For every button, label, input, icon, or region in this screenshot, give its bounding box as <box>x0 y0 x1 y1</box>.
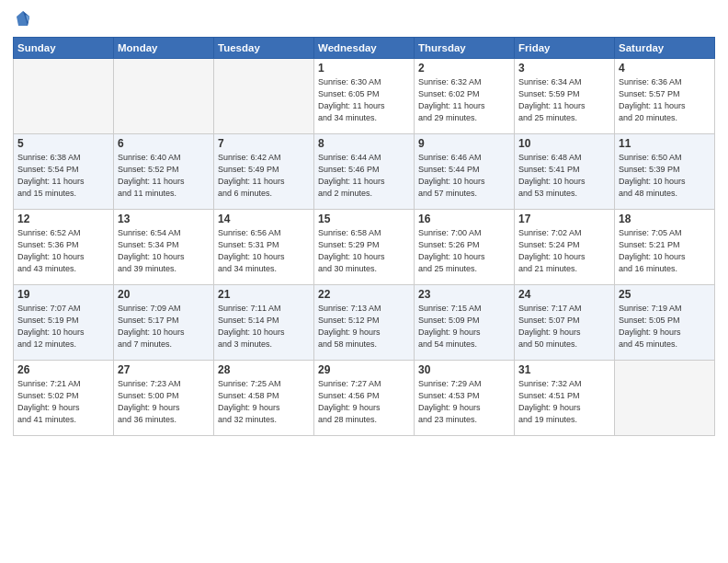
day-number: 21 <box>218 288 310 301</box>
page-container: SundayMondayTuesdayWednesdayThursdayFrid… <box>0 0 728 443</box>
day-info: Sunrise: 7:29 AM Sunset: 4:53 PM Dayligh… <box>418 378 510 426</box>
calendar-cell: 2Sunrise: 6:32 AM Sunset: 6:02 PM Daylig… <box>415 59 515 134</box>
calendar-cell: 15Sunrise: 6:58 AM Sunset: 5:29 PM Dayli… <box>314 210 415 285</box>
calendar-cell: 31Sunrise: 7:32 AM Sunset: 4:51 PM Dayli… <box>515 361 615 436</box>
day-info: Sunrise: 7:00 AM Sunset: 5:26 PM Dayligh… <box>418 227 510 275</box>
day-info: Sunrise: 6:50 AM Sunset: 5:39 PM Dayligh… <box>619 152 711 200</box>
calendar-cell: 1Sunrise: 6:30 AM Sunset: 6:05 PM Daylig… <box>314 59 415 134</box>
day-info: Sunrise: 7:07 AM Sunset: 5:19 PM Dayligh… <box>17 303 109 350</box>
weekday-header-wednesday: Wednesday <box>314 38 415 59</box>
calendar-cell: 21Sunrise: 7:11 AM Sunset: 5:14 PM Dayli… <box>214 285 314 361</box>
calendar-cell: 6Sunrise: 6:40 AM Sunset: 5:52 PM Daylig… <box>114 134 214 210</box>
calendar-cell: 8Sunrise: 6:44 AM Sunset: 5:46 PM Daylig… <box>314 134 415 210</box>
day-info: Sunrise: 6:44 AM Sunset: 5:46 PM Dayligh… <box>318 152 410 200</box>
day-info: Sunrise: 7:15 AM Sunset: 5:09 PM Dayligh… <box>418 303 510 350</box>
calendar-cell <box>615 361 715 436</box>
calendar-cell: 20Sunrise: 7:09 AM Sunset: 5:17 PM Dayli… <box>114 285 214 361</box>
day-number: 23 <box>418 288 510 301</box>
day-number: 4 <box>619 62 711 75</box>
day-info: Sunrise: 6:30 AM Sunset: 6:05 PM Dayligh… <box>318 76 410 124</box>
day-info: Sunrise: 6:36 AM Sunset: 5:57 PM Dayligh… <box>619 76 711 124</box>
day-number: 15 <box>318 213 410 225</box>
calendar-cell: 27Sunrise: 7:23 AM Sunset: 5:00 PM Dayli… <box>114 361 214 436</box>
day-number: 13 <box>118 213 210 225</box>
day-number: 16 <box>418 213 510 225</box>
calendar-cell: 28Sunrise: 7:25 AM Sunset: 4:58 PM Dayli… <box>214 361 314 436</box>
day-number: 25 <box>619 288 711 301</box>
day-number: 30 <box>418 363 510 376</box>
calendar-week-5: 26Sunrise: 7:21 AM Sunset: 5:02 PM Dayli… <box>14 361 715 436</box>
weekday-header-thursday: Thursday <box>415 38 515 59</box>
day-number: 17 <box>518 213 610 225</box>
day-info: Sunrise: 6:42 AM Sunset: 5:49 PM Dayligh… <box>218 152 310 200</box>
calendar-cell: 29Sunrise: 7:27 AM Sunset: 4:56 PM Dayli… <box>314 361 415 436</box>
day-info: Sunrise: 7:25 AM Sunset: 4:58 PM Dayligh… <box>218 378 310 426</box>
calendar-cell: 16Sunrise: 7:00 AM Sunset: 5:26 PM Dayli… <box>415 210 515 285</box>
day-number: 14 <box>218 213 310 225</box>
calendar-cell: 23Sunrise: 7:15 AM Sunset: 5:09 PM Dayli… <box>415 285 515 361</box>
calendar-cell: 7Sunrise: 6:42 AM Sunset: 5:49 PM Daylig… <box>214 134 314 210</box>
day-number: 10 <box>518 137 610 150</box>
day-number: 3 <box>518 62 610 75</box>
calendar-cell: 14Sunrise: 6:56 AM Sunset: 5:31 PM Dayli… <box>214 210 314 285</box>
day-info: Sunrise: 6:58 AM Sunset: 5:29 PM Dayligh… <box>318 227 410 275</box>
day-number: 29 <box>318 363 410 376</box>
weekday-header-tuesday: Tuesday <box>214 38 314 59</box>
day-number: 18 <box>619 213 711 225</box>
day-info: Sunrise: 7:17 AM Sunset: 5:07 PM Dayligh… <box>518 303 610 350</box>
day-number: 9 <box>418 137 510 150</box>
logo-icon <box>13 9 33 29</box>
day-number: 6 <box>118 137 210 150</box>
day-number: 22 <box>318 288 410 301</box>
day-number: 7 <box>218 137 310 150</box>
calendar-cell: 11Sunrise: 6:50 AM Sunset: 5:39 PM Dayli… <box>615 134 715 210</box>
day-info: Sunrise: 6:48 AM Sunset: 5:41 PM Dayligh… <box>518 152 610 200</box>
calendar-cell <box>114 59 214 134</box>
day-number: 24 <box>518 288 610 301</box>
day-number: 26 <box>17 363 109 376</box>
day-info: Sunrise: 6:40 AM Sunset: 5:52 PM Dayligh… <box>118 152 210 200</box>
calendar-header-row: SundayMondayTuesdayWednesdayThursdayFrid… <box>14 38 715 59</box>
day-info: Sunrise: 6:46 AM Sunset: 5:44 PM Dayligh… <box>418 152 510 200</box>
day-info: Sunrise: 7:05 AM Sunset: 5:21 PM Dayligh… <box>619 227 711 275</box>
calendar-table: SundayMondayTuesdayWednesdayThursdayFrid… <box>13 37 715 436</box>
calendar-cell: 30Sunrise: 7:29 AM Sunset: 4:53 PM Dayli… <box>415 361 515 436</box>
calendar-cell <box>214 59 314 134</box>
day-info: Sunrise: 6:54 AM Sunset: 5:34 PM Dayligh… <box>118 227 210 275</box>
day-info: Sunrise: 6:56 AM Sunset: 5:31 PM Dayligh… <box>218 227 310 275</box>
day-info: Sunrise: 7:02 AM Sunset: 5:24 PM Dayligh… <box>518 227 610 275</box>
day-number: 27 <box>118 363 210 376</box>
header <box>13 9 715 29</box>
calendar-cell: 24Sunrise: 7:17 AM Sunset: 5:07 PM Dayli… <box>515 285 615 361</box>
calendar-cell: 22Sunrise: 7:13 AM Sunset: 5:12 PM Dayli… <box>314 285 415 361</box>
weekday-header-friday: Friday <box>515 38 615 59</box>
weekday-header-sunday: Sunday <box>14 38 114 59</box>
calendar-cell: 4Sunrise: 6:36 AM Sunset: 5:57 PM Daylig… <box>615 59 715 134</box>
calendar-cell: 13Sunrise: 6:54 AM Sunset: 5:34 PM Dayli… <box>114 210 214 285</box>
calendar-cell: 5Sunrise: 6:38 AM Sunset: 5:54 PM Daylig… <box>14 134 114 210</box>
calendar-week-3: 12Sunrise: 6:52 AM Sunset: 5:36 PM Dayli… <box>14 210 715 285</box>
calendar-cell: 26Sunrise: 7:21 AM Sunset: 5:02 PM Dayli… <box>14 361 114 436</box>
day-info: Sunrise: 7:21 AM Sunset: 5:02 PM Dayligh… <box>17 378 109 426</box>
day-info: Sunrise: 7:32 AM Sunset: 4:51 PM Dayligh… <box>518 378 610 426</box>
day-number: 11 <box>619 137 711 150</box>
day-number: 19 <box>17 288 109 301</box>
day-info: Sunrise: 6:38 AM Sunset: 5:54 PM Dayligh… <box>17 152 109 200</box>
day-info: Sunrise: 6:34 AM Sunset: 5:59 PM Dayligh… <box>518 76 610 124</box>
day-number: 20 <box>118 288 210 301</box>
calendar-cell: 3Sunrise: 6:34 AM Sunset: 5:59 PM Daylig… <box>515 59 615 134</box>
calendar-week-4: 19Sunrise: 7:07 AM Sunset: 5:19 PM Dayli… <box>14 285 715 361</box>
day-info: Sunrise: 7:09 AM Sunset: 5:17 PM Dayligh… <box>118 303 210 350</box>
calendar-cell: 19Sunrise: 7:07 AM Sunset: 5:19 PM Dayli… <box>14 285 114 361</box>
calendar-cell: 25Sunrise: 7:19 AM Sunset: 5:05 PM Dayli… <box>615 285 715 361</box>
calendar-week-1: 1Sunrise: 6:30 AM Sunset: 6:05 PM Daylig… <box>14 59 715 134</box>
calendar-cell <box>14 59 114 134</box>
calendar-cell: 17Sunrise: 7:02 AM Sunset: 5:24 PM Dayli… <box>515 210 615 285</box>
day-info: Sunrise: 7:13 AM Sunset: 5:12 PM Dayligh… <box>318 303 410 350</box>
weekday-header-monday: Monday <box>114 38 214 59</box>
day-number: 1 <box>318 62 410 75</box>
day-info: Sunrise: 7:19 AM Sunset: 5:05 PM Dayligh… <box>619 303 711 350</box>
day-info: Sunrise: 6:52 AM Sunset: 5:36 PM Dayligh… <box>17 227 109 275</box>
day-info: Sunrise: 7:11 AM Sunset: 5:14 PM Dayligh… <box>218 303 310 350</box>
day-info: Sunrise: 7:27 AM Sunset: 4:56 PM Dayligh… <box>318 378 410 426</box>
